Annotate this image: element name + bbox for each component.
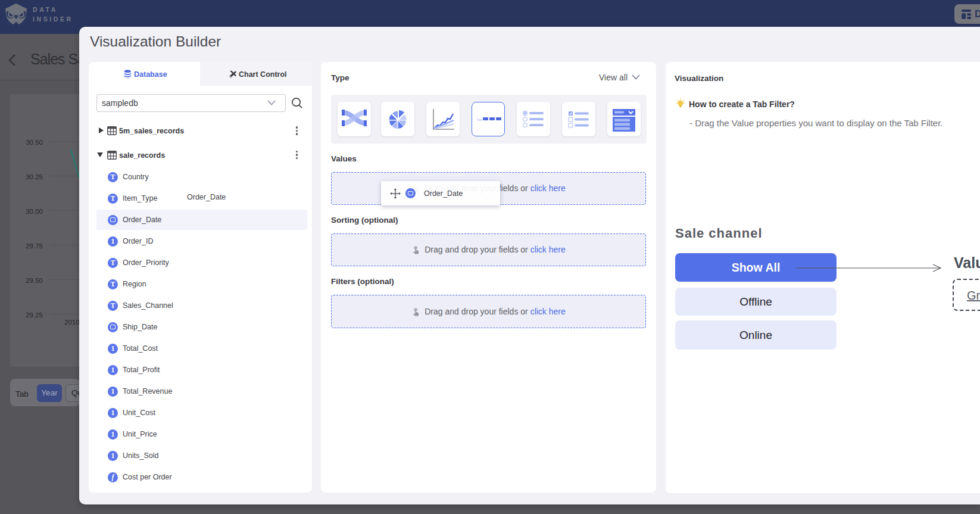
svg-text:Tab: Tab bbox=[476, 118, 482, 122]
